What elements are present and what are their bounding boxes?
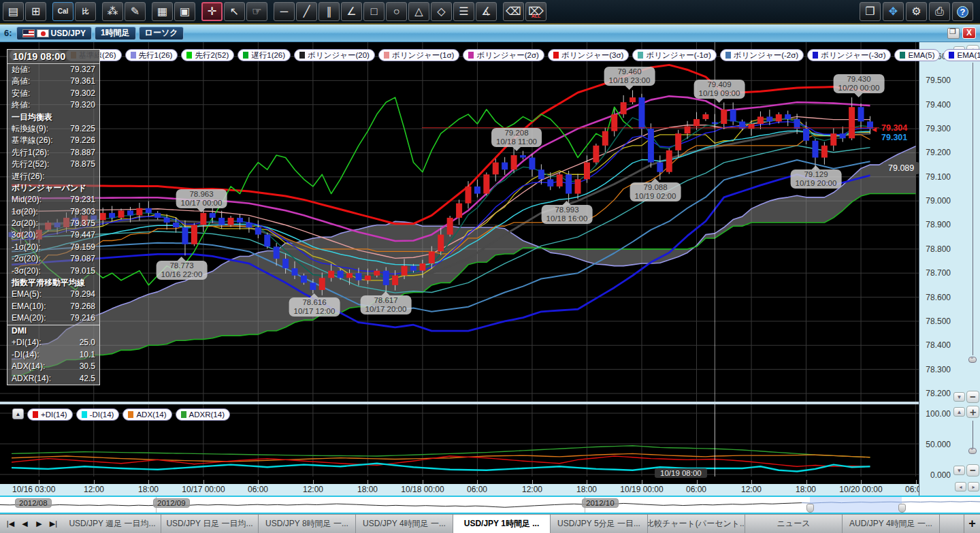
eraser-all-icon[interactable]: ⌦ALL [525, 2, 546, 21]
legend-item[interactable]: ボリンジャー(2σ) [463, 49, 544, 61]
panel-value-row: ADX(14):30.5 [7, 361, 99, 372]
chart-tab-active[interactable]: USD/JPY 1時間足 ... [453, 515, 551, 533]
trend-line-tool[interactable]: ╱ [296, 2, 317, 21]
help-icon[interactable]: ? [952, 2, 973, 21]
scroll-down-button[interactable]: ▼ [953, 466, 965, 475]
triangle-tool[interactable]: △ [408, 2, 429, 21]
window-close-button[interactable]: X [962, 27, 976, 39]
chart-tab[interactable]: AUD/JPY 4時間足 一... [843, 515, 940, 533]
new-chart-icon[interactable]: ⊞ [25, 2, 46, 21]
chart-window-titlebar[interactable]: 6: USD/JPY 1時間足 ローソク X [0, 25, 980, 42]
dmi-axis-label: 50.000 [921, 440, 951, 449]
legend-item[interactable]: ボリンジャー(1σ) [378, 49, 460, 61]
legend-item[interactable]: +DI(14) [27, 408, 73, 421]
navigator-range-handle[interactable] [806, 504, 814, 513]
tab-last-button[interactable]: ▶| [47, 517, 60, 530]
history-navigator[interactable]: 2012/082012/092012/10 [0, 496, 980, 514]
zoom-slider-handle[interactable] [968, 448, 977, 454]
chart-settings-icon[interactable]: ▦ [152, 2, 173, 21]
eraser-icon[interactable]: ⌫ [503, 2, 524, 21]
zoom-out-button[interactable]: − [966, 391, 979, 403]
zoom-slider-track[interactable] [973, 63, 973, 355]
chart-tab[interactable]: USD/JPY 5分足 一目... [551, 515, 648, 533]
data-table-icon[interactable]: ▤ [3, 2, 24, 21]
compare-icon[interactable]: 比 [75, 2, 96, 21]
scroll-down-button[interactable]: ▼ [953, 392, 965, 402]
dmi-indicator-legend: ▲+DI(14)-DI(14)ADX(14)ADXR(14) [12, 408, 230, 421]
legend-label: EMA(5) [908, 51, 934, 59]
chart-tab[interactable]: ニュース [745, 515, 843, 533]
crosshair-tool[interactable]: ✛ [201, 2, 223, 21]
fibonacci-lines-tool[interactable]: ☰ [453, 2, 474, 21]
legend-item[interactable]: ボリンジャー(-3σ) [807, 49, 891, 61]
legend-item[interactable]: EMA(10) [943, 49, 980, 61]
add-tab-button[interactable]: + [964, 515, 980, 533]
legend-item[interactable]: EMA(5) [894, 49, 940, 61]
tab-prev-button[interactable]: ◀ [18, 517, 31, 530]
candle-body [702, 114, 708, 119]
settings-gear-icon[interactable]: ⚙ [906, 2, 927, 21]
zoom-out-button[interactable]: − [966, 464, 979, 477]
tab-next-button[interactable]: ▶ [33, 517, 46, 530]
legend-item[interactable]: 先行1(26) [125, 49, 178, 61]
timeframe-button[interactable]: 1時間足 [95, 27, 136, 40]
chart-tab[interactable]: 比較チャート(パーセント... [648, 515, 745, 533]
us-flag-icon [22, 29, 35, 37]
rectangle-tool[interactable]: □ [363, 2, 385, 21]
calendar-icon[interactable]: Cal [52, 2, 74, 21]
chart-tab[interactable]: USD/JPY 8時間足 一... [259, 515, 356, 533]
legend-item[interactable]: ボリンジャー(-1σ) [632, 49, 716, 61]
indicator-settings-icon[interactable]: ⁂ [102, 2, 123, 21]
save-icon[interactable]: ▣ [174, 2, 195, 21]
zoom-in-button[interactable]: ＋ [966, 406, 979, 418]
candle-body [621, 102, 627, 114]
polygon-tool[interactable]: ◇ [431, 2, 452, 21]
symbol-button[interactable]: USD/JPY [16, 27, 92, 40]
collapse-pane-button[interactable]: ▲ [12, 408, 24, 419]
gann-fan-tool[interactable]: ∡ [476, 2, 497, 21]
pan-tool[interactable]: ☞ [246, 2, 267, 21]
zoom-slider-handle[interactable] [968, 357, 977, 363]
navigator-range-handle[interactable] [898, 504, 906, 513]
chart-tab[interactable]: USD/JPY 日足 一目均... [161, 515, 259, 533]
cursor-tool[interactable]: ↖ [224, 2, 245, 21]
fullscreen-icon[interactable]: ✥ [883, 2, 904, 21]
time-scroll-button[interactable]: ◂ [955, 482, 966, 491]
candle-body [264, 235, 270, 247]
legend-item[interactable]: ボリンジャー(20) [294, 49, 375, 61]
legend-item[interactable]: ADXR(14) [176, 408, 230, 421]
main-chart-pane[interactable] [0, 42, 919, 404]
candle-body [127, 210, 133, 215]
price-axis-label: 79.200 [921, 148, 951, 157]
tab-first-button[interactable]: |◀ [4, 517, 17, 530]
candle-body [611, 114, 617, 131]
legend-item[interactable]: ADX(14) [122, 408, 172, 421]
draw-pencil-icon[interactable]: ✎ [125, 2, 146, 21]
legend-item[interactable]: ボリンジャー(-2σ) [720, 49, 804, 61]
chart-tab[interactable]: USD/JPY 4時間足 一... [356, 515, 453, 533]
print-icon[interactable]: ⎙ [929, 2, 950, 21]
ellipse-tool[interactable]: ○ [386, 2, 407, 21]
navigator-selection-range[interactable] [810, 497, 902, 513]
time-axis-label: 18:00 [576, 485, 597, 494]
legend-item[interactable]: 先行2(52) [181, 49, 234, 61]
horizontal-line-tool[interactable]: ─ [274, 2, 295, 21]
panel-value-row: 転換線(9):79.225 [7, 123, 99, 135]
parallel-lines-tool[interactable]: ∥ [318, 2, 340, 21]
window-restore-button[interactable] [947, 28, 960, 39]
scroll-up-button[interactable]: ▲ [953, 407, 965, 417]
angle-line-tool[interactable]: ∠ [341, 2, 362, 21]
panel-value-row: Mid(20):79.231 [7, 194, 99, 206]
chart-type-button[interactable]: ローソク [139, 27, 184, 40]
panel-value-row: 1σ(20):79.303 [7, 206, 99, 218]
legend-label: ADX(14) [136, 410, 166, 419]
price-extreme-callout: 79.43010/20 00:00 [834, 74, 885, 93]
time-scroll-button[interactable]: ▸ [968, 482, 979, 491]
cascade-windows-icon[interactable]: ❐ [860, 2, 881, 21]
legend-item[interactable]: 遅行1(26) [238, 49, 291, 61]
chart-tab[interactable]: USD/JPY 週足 一目均... [64, 515, 161, 533]
price-axis-label: 79.300 [921, 124, 951, 133]
main-chart-canvas[interactable] [0, 42, 919, 404]
legend-item[interactable]: -DI(14) [76, 408, 120, 421]
legend-item[interactable]: ボリンジャー(3σ) [548, 49, 630, 61]
